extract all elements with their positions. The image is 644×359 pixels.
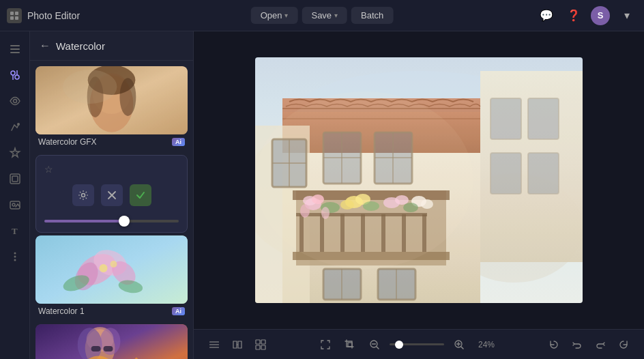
svg-rect-128 bbox=[261, 340, 265, 344]
svg-text:T: T bbox=[12, 226, 18, 236]
grid-button[interactable] bbox=[251, 335, 270, 354]
effect-label-gfx: Watercolor GFX Ai bbox=[35, 134, 188, 152]
svg-rect-130 bbox=[261, 345, 265, 349]
topbar-right-actions: 💬 ❓ S ▾ bbox=[536, 5, 637, 26]
sidebar-item-text[interactable]: T bbox=[4, 220, 26, 242]
canvas-image bbox=[255, 57, 583, 303]
sidebar-item-effects[interactable] bbox=[4, 116, 26, 138]
controls-row bbox=[42, 184, 181, 206]
save-button[interactable]: Save ▾ bbox=[302, 7, 347, 24]
back-button[interactable]: ← bbox=[40, 40, 50, 52]
batch-button[interactable]: Batch bbox=[351, 7, 393, 24]
svg-rect-123 bbox=[209, 341, 219, 343]
effect-thumbnail-2 bbox=[35, 324, 188, 359]
svg-line-134 bbox=[377, 347, 379, 349]
cancel-button[interactable] bbox=[101, 184, 123, 206]
sidebar-item-frames[interactable] bbox=[4, 168, 26, 190]
svg-rect-2 bbox=[10, 16, 14, 20]
avatar[interactable]: S bbox=[591, 6, 610, 25]
svg-rect-127 bbox=[256, 340, 260, 344]
canvas-viewport bbox=[194, 31, 644, 329]
zoom-out-button[interactable] bbox=[365, 335, 384, 354]
canvas-area: 24% bbox=[194, 31, 644, 359]
effect-item-2[interactable]: Watercolor 2 Ai bbox=[35, 324, 188, 359]
svg-point-12 bbox=[17, 123, 20, 126]
svg-rect-47 bbox=[104, 346, 113, 351]
topbar-center-actions: Open ▾ Save ▾ Batch bbox=[251, 7, 394, 24]
effect-thumbnail-gfx bbox=[35, 66, 188, 134]
effect-item-1[interactable]: Watercolor 1 Ai bbox=[35, 235, 188, 321]
save-chevron-icon: ▾ bbox=[334, 12, 338, 19]
layers-view-button[interactable] bbox=[205, 335, 224, 354]
bottom-right-tools bbox=[544, 335, 633, 354]
redo-button[interactable] bbox=[591, 335, 610, 354]
crop-button[interactable] bbox=[340, 335, 360, 354]
bottom-left-tools bbox=[205, 335, 270, 354]
effect-label-1: Watercolor 1 Ai bbox=[35, 304, 188, 321]
main-area: T ← Watercolor bbox=[0, 31, 644, 359]
svg-point-11 bbox=[13, 100, 16, 103]
svg-rect-5 bbox=[10, 48, 20, 50]
svg-rect-125 bbox=[209, 347, 219, 348]
svg-point-16 bbox=[12, 203, 15, 206]
rotate-cw-button[interactable] bbox=[614, 335, 633, 354]
effect-item-expanded: ☆ bbox=[35, 155, 188, 233]
compare-button[interactable] bbox=[228, 335, 247, 354]
svg-rect-124 bbox=[209, 344, 219, 345]
open-button[interactable]: Open ▾ bbox=[251, 7, 298, 24]
logo-icon bbox=[7, 8, 22, 23]
svg-rect-3 bbox=[15, 16, 18, 20]
intensity-slider[interactable] bbox=[44, 220, 179, 222]
svg-point-28 bbox=[63, 70, 117, 104]
effect-name-gfx: Watercolor GFX bbox=[38, 137, 97, 147]
svg-rect-13 bbox=[10, 174, 20, 184]
ai-badge-gfx: Ai bbox=[172, 138, 185, 146]
svg-point-8 bbox=[15, 75, 19, 79]
rotate-ccw-button[interactable] bbox=[544, 335, 564, 354]
fit-to-screen-button[interactable] bbox=[316, 335, 335, 354]
effects-list: Watercolor GFX Ai ☆ bbox=[30, 61, 193, 359]
svg-rect-4 bbox=[10, 45, 20, 46]
settings-button[interactable] bbox=[72, 184, 94, 206]
effects-panel: ← Watercolor bbox=[30, 31, 194, 359]
effect-item-gfx[interactable]: Watercolor GFX Ai bbox=[35, 66, 188, 152]
confirm-button[interactable] bbox=[130, 184, 151, 206]
svg-rect-122 bbox=[255, 57, 583, 303]
panel-header: ← Watercolor bbox=[30, 31, 193, 61]
undo-button[interactable] bbox=[568, 335, 587, 354]
favorite-button[interactable]: ☆ bbox=[43, 162, 55, 176]
zoom-level: 24% bbox=[474, 340, 499, 349]
app-title: Photo Editor bbox=[27, 10, 80, 21]
zoom-in-button[interactable] bbox=[450, 335, 469, 354]
svg-line-138 bbox=[461, 347, 463, 349]
zoom-slider[interactable] bbox=[390, 343, 444, 345]
sidebar-item-adjustments[interactable] bbox=[4, 64, 26, 86]
sidebar-item-photo[interactable] bbox=[4, 194, 26, 216]
app-logo: Photo Editor bbox=[7, 8, 80, 23]
effect-controls: ☆ bbox=[36, 156, 187, 232]
svg-rect-0 bbox=[10, 12, 14, 15]
svg-rect-1 bbox=[15, 12, 18, 15]
help-icon-button[interactable]: ❓ bbox=[564, 5, 584, 26]
svg-rect-6 bbox=[10, 52, 20, 53]
open-chevron-icon: ▾ bbox=[284, 12, 288, 19]
sidebar-item-layers[interactable] bbox=[4, 38, 26, 60]
effect-thumbnail-1 bbox=[35, 235, 188, 304]
intensity-slider-container bbox=[42, 213, 181, 225]
svg-rect-129 bbox=[256, 345, 260, 349]
svg-point-19 bbox=[14, 256, 16, 258]
icon-sidebar: T bbox=[0, 31, 30, 359]
svg-point-18 bbox=[14, 253, 16, 255]
chat-icon-button[interactable]: 💬 bbox=[536, 5, 557, 26]
svg-point-40 bbox=[111, 261, 117, 268]
sidebar-item-smart[interactable] bbox=[4, 142, 26, 164]
svg-point-20 bbox=[14, 259, 16, 261]
menu-chevron-button[interactable]: ▾ bbox=[617, 5, 637, 26]
sidebar-item-eye[interactable] bbox=[4, 90, 26, 112]
sidebar-item-more[interactable] bbox=[4, 246, 26, 268]
topbar: Photo Editor Open ▾ Save ▾ Batch 💬 ❓ S ▾ bbox=[0, 0, 644, 31]
svg-point-7 bbox=[11, 71, 15, 75]
svg-point-29 bbox=[81, 194, 85, 197]
svg-point-39 bbox=[100, 264, 108, 272]
effect-name-1: Watercolor 1 bbox=[38, 306, 85, 316]
